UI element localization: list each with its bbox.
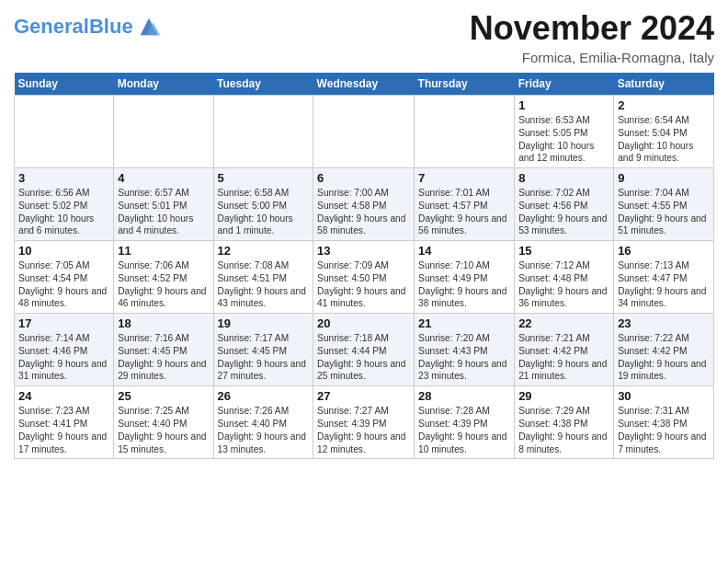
table-row: 8Sunrise: 7:02 AMSunset: 4:56 PMDaylight… xyxy=(515,168,614,241)
table-row xyxy=(415,96,515,168)
logo: GeneralBlue xyxy=(14,14,162,40)
day-info: Sunrise: 7:16 AMSunset: 4:45 PMDaylight:… xyxy=(118,332,209,383)
header-thursday: Thursday xyxy=(415,73,515,96)
table-row: 15Sunrise: 7:12 AMSunset: 4:48 PMDayligh… xyxy=(515,241,614,314)
day-number: 23 xyxy=(618,316,710,330)
table-row: 21Sunrise: 7:20 AMSunset: 4:43 PMDayligh… xyxy=(415,314,515,386)
table-row: 23Sunrise: 7:22 AMSunset: 4:42 PMDayligh… xyxy=(614,314,714,386)
day-number: 17 xyxy=(18,316,109,330)
day-info: Sunrise: 7:00 AMSunset: 4:58 PMDaylight:… xyxy=(317,187,410,237)
logo-icon xyxy=(136,14,162,40)
day-info: Sunrise: 7:14 AMSunset: 4:46 PMDaylight:… xyxy=(18,332,109,383)
day-info: Sunrise: 6:58 AMSunset: 5:00 PMDaylight:… xyxy=(218,187,310,237)
calendar-week-row: 3Sunrise: 6:56 AMSunset: 5:02 PMDaylight… xyxy=(15,168,714,241)
header-wednesday: Wednesday xyxy=(313,73,415,96)
table-row xyxy=(15,96,114,168)
day-info: Sunrise: 7:13 AMSunset: 4:47 PMDaylight:… xyxy=(618,259,710,310)
day-info: Sunrise: 7:25 AMSunset: 4:40 PMDaylight:… xyxy=(118,405,209,455)
day-number: 20 xyxy=(317,316,410,330)
table-row: 28Sunrise: 7:28 AMSunset: 4:39 PMDayligh… xyxy=(415,386,515,459)
table-row: 13Sunrise: 7:09 AMSunset: 4:50 PMDayligh… xyxy=(313,241,415,314)
day-number: 1 xyxy=(518,98,609,112)
day-number: 30 xyxy=(618,389,710,403)
day-number: 21 xyxy=(418,316,510,330)
calendar-header-row: Sunday Monday Tuesday Wednesday Thursday… xyxy=(15,73,714,96)
day-number: 27 xyxy=(317,389,410,403)
day-info: Sunrise: 7:21 AMSunset: 4:42 PMDaylight:… xyxy=(518,332,609,383)
day-info: Sunrise: 7:08 AMSunset: 4:51 PMDaylight:… xyxy=(218,259,310,310)
table-row: 26Sunrise: 7:26 AMSunset: 4:40 PMDayligh… xyxy=(213,386,313,459)
table-row: 16Sunrise: 7:13 AMSunset: 4:47 PMDayligh… xyxy=(614,241,714,314)
table-row: 17Sunrise: 7:14 AMSunset: 4:46 PMDayligh… xyxy=(15,314,114,386)
table-row: 3Sunrise: 6:56 AMSunset: 5:02 PMDaylight… xyxy=(15,168,114,241)
table-row: 9Sunrise: 7:04 AMSunset: 4:55 PMDaylight… xyxy=(614,168,714,241)
day-info: Sunrise: 7:12 AMSunset: 4:48 PMDaylight:… xyxy=(518,259,609,310)
table-row: 4Sunrise: 6:57 AMSunset: 5:01 PMDaylight… xyxy=(114,168,213,241)
day-number: 18 xyxy=(118,316,209,330)
day-info: Sunrise: 6:53 AMSunset: 5:05 PMDaylight:… xyxy=(518,114,609,165)
day-info: Sunrise: 7:28 AMSunset: 4:39 PMDaylight:… xyxy=(418,405,510,455)
day-number: 5 xyxy=(218,171,310,185)
table-row: 7Sunrise: 7:01 AMSunset: 4:57 PMDaylight… xyxy=(415,168,515,241)
table-row xyxy=(114,96,213,168)
day-info: Sunrise: 6:57 AMSunset: 5:01 PMDaylight:… xyxy=(118,187,209,237)
calendar-table: Sunday Monday Tuesday Wednesday Thursday… xyxy=(14,73,714,459)
header-monday: Monday xyxy=(114,73,213,96)
location-subtitle: Formica, Emilia-Romagna, Italy xyxy=(470,50,714,65)
table-row: 12Sunrise: 7:08 AMSunset: 4:51 PMDayligh… xyxy=(213,241,313,314)
month-year-title: November 2024 xyxy=(470,9,714,48)
day-info: Sunrise: 7:06 AMSunset: 4:52 PMDaylight:… xyxy=(118,259,209,310)
day-info: Sunrise: 7:17 AMSunset: 4:45 PMDaylight:… xyxy=(218,332,310,383)
day-info: Sunrise: 7:26 AMSunset: 4:40 PMDaylight:… xyxy=(218,405,310,455)
day-info: Sunrise: 7:20 AMSunset: 4:43 PMDaylight:… xyxy=(418,332,510,383)
table-row xyxy=(313,96,415,168)
calendar-week-row: 1Sunrise: 6:53 AMSunset: 5:05 PMDaylight… xyxy=(15,96,714,168)
day-number: 14 xyxy=(418,244,510,258)
table-row: 10Sunrise: 7:05 AMSunset: 4:54 PMDayligh… xyxy=(15,241,114,314)
day-number: 3 xyxy=(18,171,109,185)
header-tuesday: Tuesday xyxy=(213,73,313,96)
table-row: 1Sunrise: 6:53 AMSunset: 5:05 PMDaylight… xyxy=(515,96,614,168)
day-number: 16 xyxy=(618,244,710,258)
day-number: 25 xyxy=(118,389,209,403)
table-row xyxy=(213,96,313,168)
table-row: 11Sunrise: 7:06 AMSunset: 4:52 PMDayligh… xyxy=(114,241,213,314)
header-saturday: Saturday xyxy=(614,73,714,96)
day-info: Sunrise: 7:09 AMSunset: 4:50 PMDaylight:… xyxy=(317,259,410,310)
day-info: Sunrise: 7:31 AMSunset: 4:38 PMDaylight:… xyxy=(618,405,710,455)
day-info: Sunrise: 7:02 AMSunset: 4:56 PMDaylight:… xyxy=(518,187,609,237)
calendar-week-row: 17Sunrise: 7:14 AMSunset: 4:46 PMDayligh… xyxy=(15,314,714,386)
day-number: 9 xyxy=(618,171,710,185)
day-number: 22 xyxy=(518,316,609,330)
page-header: GeneralBlue November 2024 Formica, Emili… xyxy=(14,9,714,65)
day-number: 19 xyxy=(218,316,310,330)
day-number: 10 xyxy=(18,244,109,258)
day-number: 6 xyxy=(317,171,410,185)
table-row: 20Sunrise: 7:18 AMSunset: 4:44 PMDayligh… xyxy=(313,314,415,386)
table-row: 2Sunrise: 6:54 AMSunset: 5:04 PMDaylight… xyxy=(614,96,714,168)
day-info: Sunrise: 6:54 AMSunset: 5:04 PMDaylight:… xyxy=(618,114,710,165)
logo-text: GeneralBlue xyxy=(14,17,133,37)
day-info: Sunrise: 7:01 AMSunset: 4:57 PMDaylight:… xyxy=(418,187,510,237)
day-number: 2 xyxy=(618,98,710,112)
header-sunday: Sunday xyxy=(15,73,114,96)
table-row: 5Sunrise: 6:58 AMSunset: 5:00 PMDaylight… xyxy=(213,168,313,241)
day-number: 12 xyxy=(218,244,310,258)
table-row: 30Sunrise: 7:31 AMSunset: 4:38 PMDayligh… xyxy=(614,386,714,459)
day-info: Sunrise: 6:56 AMSunset: 5:02 PMDaylight:… xyxy=(18,187,109,237)
header-friday: Friday xyxy=(515,73,614,96)
table-row: 14Sunrise: 7:10 AMSunset: 4:49 PMDayligh… xyxy=(415,241,515,314)
title-section: November 2024 Formica, Emilia-Romagna, I… xyxy=(470,9,714,65)
table-row: 6Sunrise: 7:00 AMSunset: 4:58 PMDaylight… xyxy=(313,168,415,241)
day-info: Sunrise: 7:23 AMSunset: 4:41 PMDaylight:… xyxy=(18,405,109,455)
day-number: 7 xyxy=(418,171,510,185)
table-row: 29Sunrise: 7:29 AMSunset: 4:38 PMDayligh… xyxy=(515,386,614,459)
table-row: 18Sunrise: 7:16 AMSunset: 4:45 PMDayligh… xyxy=(114,314,213,386)
table-row: 27Sunrise: 7:27 AMSunset: 4:39 PMDayligh… xyxy=(313,386,415,459)
day-number: 28 xyxy=(418,389,510,403)
calendar-week-row: 10Sunrise: 7:05 AMSunset: 4:54 PMDayligh… xyxy=(15,241,714,314)
day-number: 4 xyxy=(118,171,209,185)
table-row: 24Sunrise: 7:23 AMSunset: 4:41 PMDayligh… xyxy=(15,386,114,459)
day-number: 26 xyxy=(218,389,310,403)
day-number: 11 xyxy=(118,244,209,258)
